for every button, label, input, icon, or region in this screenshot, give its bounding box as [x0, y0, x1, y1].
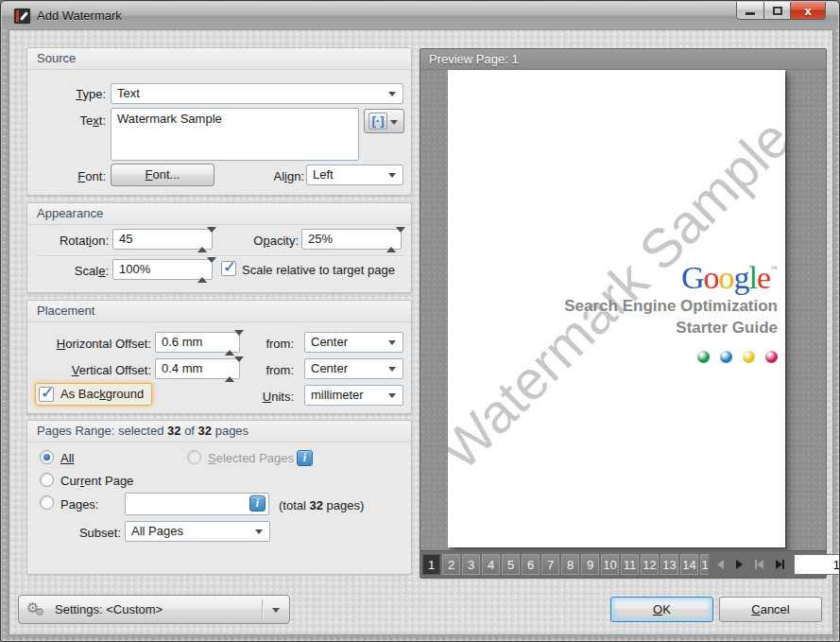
- close-icon: x: [804, 3, 811, 19]
- title-bar[interactable]: Add Watermark x: [2, 2, 838, 29]
- pager-page-button-9[interactable]: 9: [581, 554, 599, 575]
- logo-letter: e: [757, 260, 770, 295]
- first-page-icon[interactable]: [755, 560, 763, 569]
- maximize-button[interactable]: [763, 2, 791, 20]
- type-combobox[interactable]: Text: [111, 83, 403, 104]
- previous-page-icon[interactable]: [717, 560, 724, 569]
- current-page-label: Current Page: [60, 473, 164, 490]
- rotation-label: Rotation:: [27, 233, 109, 250]
- watermark-text-input[interactable]: Watermark Sample: [111, 108, 359, 161]
- units-combobox[interactable]: millimeter: [304, 385, 403, 406]
- pager-page-button-14[interactable]: 14: [680, 554, 698, 575]
- pages-range-input[interactable]: i: [125, 493, 269, 515]
- chevron-down-icon: [388, 340, 396, 345]
- checkmark-icon: ✓: [223, 257, 236, 276]
- page-number-input[interactable]: [794, 554, 840, 575]
- vertical-offset-spinner[interactable]: 0.4 mm: [155, 358, 240, 379]
- macro-button[interactable]: [·]: [364, 109, 404, 133]
- pager-page-button-11[interactable]: 11: [621, 554, 639, 575]
- pager-page-button-3[interactable]: 3: [462, 554, 480, 575]
- pager-page-button-8[interactable]: 8: [561, 554, 579, 575]
- pages-range-header: Pages Range: selected 32 of 32 pages: [27, 421, 411, 442]
- chevron-down-icon: [388, 92, 396, 96]
- settings-text: Settings: <Custom>: [55, 596, 163, 623]
- align-label: Align:: [245, 168, 304, 185]
- last-page-icon[interactable]: [776, 560, 784, 569]
- pager-page-button-15[interactable]: 1: [700, 554, 709, 575]
- close-button[interactable]: x: [791, 2, 826, 20]
- horizontal-offset-label: Horizontal Offset:: [27, 336, 151, 353]
- pager-page-button-12[interactable]: 12: [641, 554, 659, 575]
- chevron-down-icon: [388, 173, 396, 178]
- preview-header: Preview Page: 1: [420, 49, 826, 70]
- as-background-checkbox[interactable]: ✓: [39, 387, 54, 402]
- window-title: Add Watermark: [37, 2, 122, 29]
- pages-info-icon[interactable]: i: [249, 495, 266, 512]
- minimize-button[interactable]: [736, 2, 763, 20]
- pager-page-button-10[interactable]: 10: [601, 554, 619, 575]
- chevron-down-icon: [388, 367, 396, 372]
- vertical-from-combobox[interactable]: Center: [304, 358, 403, 379]
- maximize-icon: [773, 7, 782, 15]
- opacity-label: Opacity:: [216, 233, 299, 250]
- align-combobox[interactable]: Left: [306, 165, 403, 185]
- color-dots: [564, 351, 778, 363]
- opacity-spinner[interactable]: 25%: [301, 229, 402, 250]
- source-section: Source Type: Text Text: Watermark Sample…: [26, 47, 412, 196]
- pager-page-button-7[interactable]: 7: [541, 554, 559, 575]
- ok-button[interactable]: OK: [610, 597, 713, 622]
- pager-nav: [717, 560, 784, 569]
- doc-title-line2: Starter Guide: [564, 317, 778, 338]
- logo-letter: l: [749, 260, 757, 295]
- horizontal-from-label: from:: [254, 336, 294, 353]
- pager-page-button-4[interactable]: 4: [482, 554, 500, 575]
- scale-label: Scale:: [27, 263, 109, 280]
- dialog-content: Source Type: Text Text: Watermark Sample…: [9, 29, 833, 635]
- color-dot: [720, 351, 732, 363]
- scale-value: 100%: [119, 262, 150, 276]
- pager-page-button-1[interactable]: 1: [422, 554, 440, 575]
- type-value: Text: [117, 86, 140, 100]
- subset-combobox[interactable]: All Pages: [125, 521, 270, 542]
- pager-page-button-6[interactable]: 6: [522, 554, 540, 575]
- all-radio[interactable]: [40, 450, 54, 464]
- spinner-arrows-icon[interactable]: [386, 233, 396, 248]
- spinner-arrows-icon[interactable]: [225, 362, 234, 377]
- spinner-arrows-icon[interactable]: [225, 336, 234, 351]
- pager-page-button-5[interactable]: 5: [502, 554, 520, 575]
- horizontal-offset-spinner[interactable]: 0.6 mm: [155, 332, 240, 353]
- google-logo: Google™: [564, 252, 778, 295]
- checkmark-icon: ✓: [41, 383, 54, 402]
- rotation-spinner[interactable]: 45: [112, 229, 213, 250]
- total-pages-label: (total 32 pages): [279, 497, 406, 514]
- as-background-label: As Background: [60, 387, 144, 401]
- scale-spinner[interactable]: 100%: [112, 259, 213, 280]
- font-button[interactable]: Font...: [111, 164, 214, 186]
- watermark-text-value: Watermark Sample: [117, 112, 222, 126]
- logo-letter: o: [719, 260, 734, 295]
- chevron-down-icon: [388, 393, 396, 398]
- pager-pages: 12345678910111213141: [422, 554, 709, 575]
- subset-value: All Pages: [131, 524, 183, 538]
- spinner-arrows-icon[interactable]: [197, 263, 207, 278]
- settings-button[interactable]: ⚙⚙ Settings: <Custom>: [18, 595, 290, 624]
- selected-pages-radio: [187, 450, 201, 464]
- page-navigation-bar: 12345678910111213141: [420, 550, 826, 578]
- pages-radio[interactable]: [40, 495, 54, 510]
- as-background-checkbox-group[interactable]: ✓ As Background: [35, 383, 152, 406]
- opacity-value: 25%: [308, 232, 333, 246]
- type-label: Type:: [46, 86, 106, 103]
- current-page-radio[interactable]: [40, 473, 54, 487]
- next-page-icon[interactable]: [736, 560, 743, 569]
- scale-relative-checkbox[interactable]: ✓: [221, 261, 236, 276]
- trademark-symbol: ™: [770, 265, 778, 273]
- macro-brackets-icon: [·]: [369, 113, 387, 130]
- pager-page-button-2[interactable]: 2: [442, 554, 460, 575]
- pager-page-button-13[interactable]: 13: [660, 554, 678, 575]
- add-watermark-dialog: Add Watermark x Source Type: Text Text: …: [0, 0, 840, 642]
- horizontal-from-combobox[interactable]: Center: [304, 332, 403, 353]
- spinner-arrows-icon[interactable]: [197, 233, 207, 248]
- app-icon: [14, 9, 30, 24]
- cancel-button[interactable]: Cancel: [719, 597, 822, 622]
- selected-pages-info-icon[interactable]: i: [297, 450, 313, 466]
